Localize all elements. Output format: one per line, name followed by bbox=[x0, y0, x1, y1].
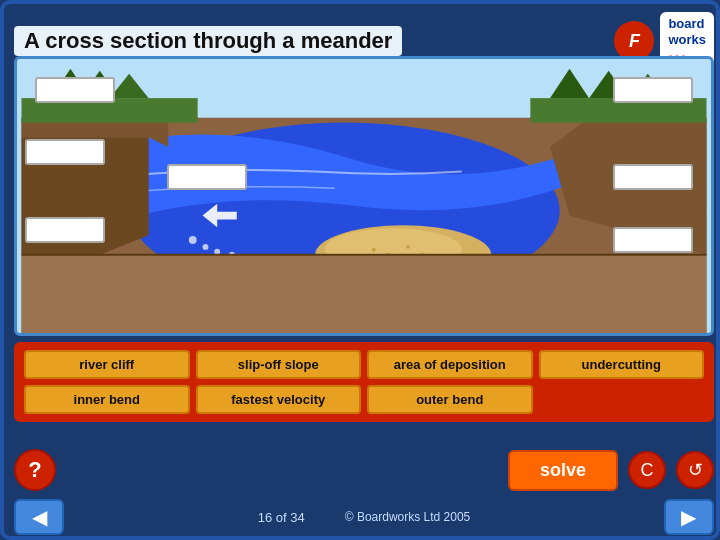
solve-button[interactable]: solve bbox=[508, 450, 618, 491]
svg-marker-27 bbox=[22, 255, 707, 333]
labels-panel: river cliff slip-off slope area of depos… bbox=[14, 342, 714, 422]
svg-point-18 bbox=[406, 245, 410, 249]
outer-frame: A cross section through a meander F boar… bbox=[0, 0, 720, 540]
undo-button[interactable]: ↺ bbox=[676, 451, 714, 489]
bottom-bar: ◀ 16 of 34 © Boardworks Ltd 2005 ▶ bbox=[14, 499, 714, 535]
label-btn-inner-bend[interactable]: inner bend bbox=[24, 385, 190, 414]
controls-bar: ? solve C ↺ bbox=[14, 449, 714, 491]
copyright: © Boardworks Ltd 2005 bbox=[345, 510, 471, 524]
diag-label-ml[interactable] bbox=[25, 139, 105, 165]
prev-arrow-icon: ◀ bbox=[32, 505, 47, 529]
svg-point-23 bbox=[189, 236, 197, 244]
next-button[interactable]: ▶ bbox=[664, 499, 714, 535]
undo-icon: ↺ bbox=[688, 459, 703, 481]
boardworks-text2: works bbox=[668, 32, 706, 48]
label-btn-undercutting[interactable]: undercutting bbox=[539, 350, 705, 379]
label-btn-fastest-velocity[interactable]: fastest velocity bbox=[196, 385, 362, 414]
diag-label-br[interactable] bbox=[613, 227, 693, 253]
diagram-area bbox=[14, 56, 714, 336]
label-btn-area-of-deposition[interactable]: area of deposition bbox=[367, 350, 533, 379]
flash-logo-letter: F bbox=[629, 31, 640, 52]
landscape-svg bbox=[17, 59, 711, 333]
diag-label-mc[interactable] bbox=[167, 164, 247, 190]
page-title: A cross section through a meander bbox=[14, 26, 402, 56]
help-button[interactable]: ? bbox=[14, 449, 56, 491]
clear-button[interactable]: C bbox=[628, 451, 666, 489]
diag-label-tr[interactable] bbox=[613, 77, 693, 103]
svg-point-24 bbox=[203, 244, 209, 250]
clear-icon: C bbox=[641, 460, 654, 481]
solve-label: solve bbox=[540, 460, 586, 481]
diag-label-tl[interactable] bbox=[35, 77, 115, 103]
question-icon: ? bbox=[28, 457, 41, 483]
label-btn-river-cliff[interactable]: river cliff bbox=[24, 350, 190, 379]
boardworks-text: board bbox=[668, 16, 706, 32]
next-arrow-icon: ▶ bbox=[681, 505, 696, 529]
page-info: 16 of 34 bbox=[258, 510, 305, 525]
svg-point-16 bbox=[372, 248, 376, 252]
diag-label-bl[interactable] bbox=[25, 217, 105, 243]
diag-label-mr[interactable] bbox=[613, 164, 693, 190]
prev-button[interactable]: ◀ bbox=[14, 499, 64, 535]
label-btn-outer-bend[interactable]: outer bend bbox=[367, 385, 533, 414]
label-btn-slip-off-slope[interactable]: slip-off slope bbox=[196, 350, 362, 379]
